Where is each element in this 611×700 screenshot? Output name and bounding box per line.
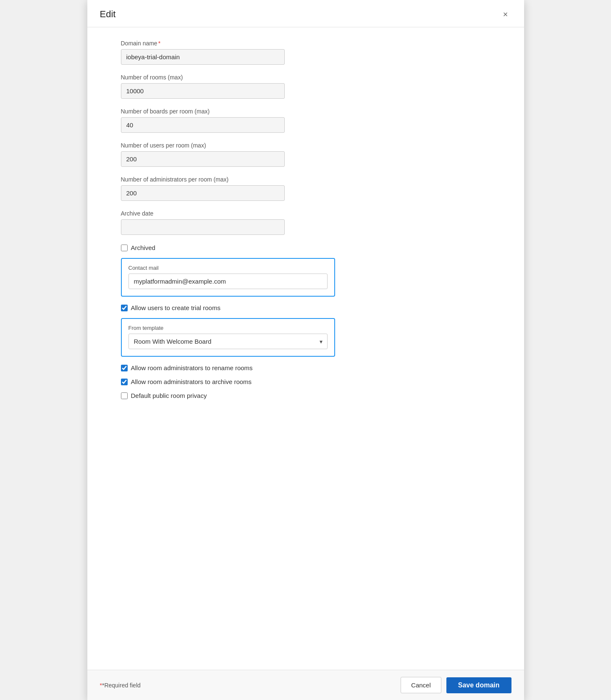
allow-archive-checkbox[interactable] bbox=[121, 379, 128, 385]
allow-archive-label: Allow room administrators to archive roo… bbox=[131, 378, 252, 385]
allow-trial-rooms-label: Allow users to create trial rooms bbox=[131, 304, 220, 311]
allow-rename-label: Allow room administrators to rename room… bbox=[131, 364, 253, 371]
rooms-max-group: Number of rooms (max) bbox=[121, 74, 490, 99]
required-star: * bbox=[158, 40, 160, 47]
boards-per-room-input[interactable] bbox=[121, 117, 285, 133]
default-privacy-checkbox[interactable] bbox=[121, 392, 128, 399]
contact-mail-input[interactable] bbox=[128, 274, 328, 289]
admins-per-room-input[interactable] bbox=[121, 185, 285, 201]
archived-label: Archived bbox=[131, 244, 155, 251]
allow-archive-group: Allow room administrators to archive roo… bbox=[121, 378, 490, 385]
domain-name-label: Domain name* bbox=[121, 40, 490, 47]
boards-per-room-label: Number of boards per room (max) bbox=[121, 108, 490, 115]
users-per-room-label: Number of users per room (max) bbox=[121, 142, 490, 149]
allow-rename-checkbox[interactable] bbox=[121, 365, 128, 371]
users-per-room-group: Number of users per room (max) bbox=[121, 142, 490, 167]
allow-trial-rooms-checkbox[interactable] bbox=[121, 305, 128, 311]
modal-header: Edit × bbox=[87, 0, 524, 27]
modal-footer: **Required field Cancel Save domain bbox=[87, 670, 524, 700]
default-privacy-group: Default public room privacy bbox=[121, 392, 490, 399]
save-button[interactable]: Save domain bbox=[446, 677, 511, 693]
from-template-select[interactable]: Room With Welcome Board Empty Room bbox=[128, 334, 328, 349]
archived-group: Archived bbox=[121, 244, 490, 251]
cancel-button[interactable]: Cancel bbox=[401, 677, 441, 693]
rooms-max-input[interactable] bbox=[121, 83, 285, 99]
from-template-select-wrapper: Room With Welcome Board Empty Room ▾ bbox=[128, 334, 328, 349]
contact-mail-section: Contact mail bbox=[121, 258, 335, 297]
admins-per-room-group: Number of administrators per room (max) bbox=[121, 176, 490, 201]
edit-modal: Edit × Domain name* Number of rooms (max… bbox=[87, 0, 524, 700]
archive-date-label: Archive date bbox=[121, 210, 490, 217]
default-privacy-label: Default public room privacy bbox=[131, 392, 207, 399]
close-button[interactable]: × bbox=[500, 8, 511, 20]
contact-mail-label: Contact mail bbox=[128, 265, 328, 271]
footer-buttons: Cancel Save domain bbox=[401, 677, 511, 693]
archived-checkbox[interactable] bbox=[121, 245, 128, 251]
archive-date-group: Archive date bbox=[121, 210, 490, 235]
from-template-label: From template bbox=[128, 325, 328, 331]
archive-date-input[interactable] bbox=[121, 219, 285, 235]
domain-name-group: Domain name* bbox=[121, 40, 490, 65]
boards-per-room-group: Number of boards per room (max) bbox=[121, 108, 490, 133]
modal-body: Domain name* Number of rooms (max) Numbe… bbox=[87, 27, 524, 670]
users-per-room-input[interactable] bbox=[121, 151, 285, 167]
from-template-section: From template Room With Welcome Board Em… bbox=[121, 318, 335, 357]
admins-per-room-label: Number of administrators per room (max) bbox=[121, 176, 490, 183]
modal-title: Edit bbox=[100, 9, 116, 20]
required-note: **Required field bbox=[100, 682, 141, 689]
rooms-max-label: Number of rooms (max) bbox=[121, 74, 490, 81]
allow-trial-rooms-group: Allow users to create trial rooms bbox=[121, 304, 490, 311]
domain-name-input[interactable] bbox=[121, 49, 285, 65]
allow-rename-group: Allow room administrators to rename room… bbox=[121, 364, 490, 371]
